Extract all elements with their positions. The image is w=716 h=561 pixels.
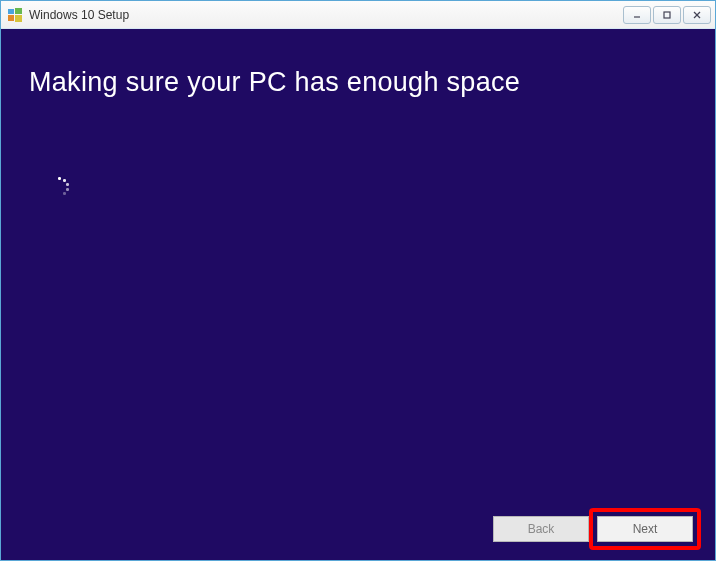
window-title: Windows 10 Setup: [29, 8, 623, 22]
svg-rect-5: [664, 12, 670, 18]
close-button[interactable]: [683, 6, 711, 24]
loading-spinner-icon: [49, 177, 69, 197]
content-area: Making sure your PC has enough space Bac…: [1, 29, 715, 560]
minimize-button[interactable]: [623, 6, 651, 24]
setup-window: Windows 10 Setup Making sure your PC has…: [0, 0, 716, 561]
svg-rect-2: [8, 15, 14, 21]
maximize-button[interactable]: [653, 6, 681, 24]
svg-rect-3: [15, 15, 22, 22]
svg-rect-0: [8, 9, 14, 14]
page-heading: Making sure your PC has enough space: [29, 67, 687, 98]
window-controls: [623, 6, 711, 24]
footer-buttons: Back Next: [493, 516, 693, 542]
app-icon: [7, 7, 23, 23]
next-button[interactable]: Next: [597, 516, 693, 542]
svg-rect-1: [15, 8, 22, 14]
back-button[interactable]: Back: [493, 516, 589, 542]
titlebar: Windows 10 Setup: [1, 1, 715, 29]
